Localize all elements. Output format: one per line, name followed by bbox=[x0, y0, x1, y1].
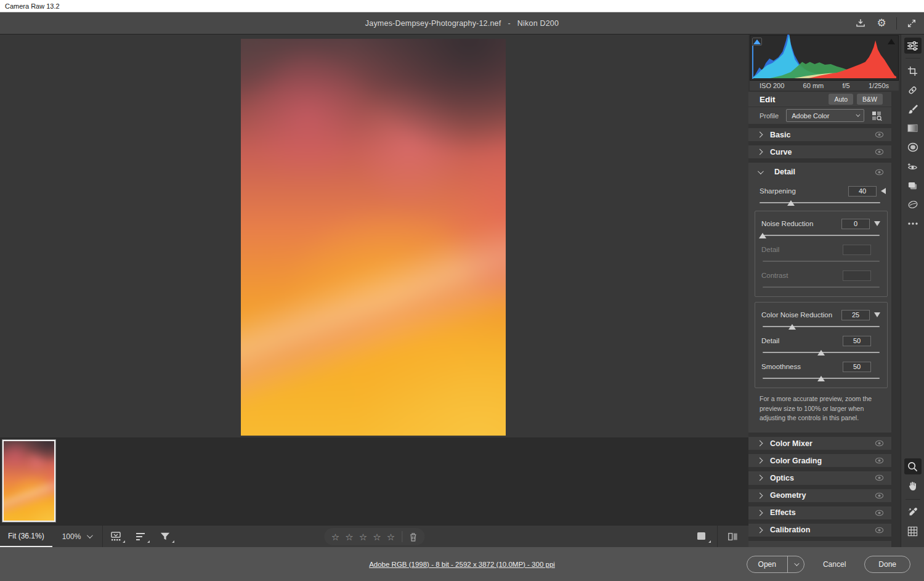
eye-icon[interactable] bbox=[875, 492, 884, 499]
exif-shutter: 1/250s bbox=[869, 82, 889, 89]
workflow-options-link[interactable]: Adobe RGB (1998) - 8 bit - 2592 x 3872 (… bbox=[369, 561, 555, 568]
profile-label: Profile bbox=[760, 112, 779, 120]
profile-browser-icon[interactable] bbox=[872, 111, 883, 121]
collapse-down-icon[interactable] bbox=[874, 312, 880, 317]
histogram[interactable] bbox=[750, 35, 899, 81]
filter-icon[interactable] bbox=[158, 530, 172, 543]
color-noise-reduction-slider[interactable] bbox=[763, 323, 880, 330]
presets-icon[interactable] bbox=[904, 197, 922, 213]
chevron-down-icon bbox=[758, 168, 764, 174]
nr-detail-value-input bbox=[843, 245, 871, 255]
eye-icon[interactable] bbox=[875, 510, 884, 516]
sharpening-row: Sharpening 40 bbox=[748, 184, 891, 198]
before-after-view-icon[interactable] bbox=[726, 530, 740, 543]
section-optics[interactable]: Optics bbox=[748, 471, 891, 484]
zoom-fit-button[interactable]: Fit (36.1%) bbox=[0, 526, 52, 547]
noise-reduction-slider[interactable] bbox=[763, 232, 880, 238]
section-curve[interactable]: Curve bbox=[748, 145, 891, 158]
slider-thumb[interactable] bbox=[788, 324, 796, 330]
section-color-grading[interactable]: Color Grading bbox=[748, 454, 891, 467]
smoothness-slider[interactable] bbox=[763, 375, 880, 381]
header-divider bbox=[896, 17, 897, 30]
snapshots-icon[interactable] bbox=[904, 177, 922, 193]
fullscreen-icon[interactable] bbox=[906, 17, 918, 30]
bw-button[interactable]: B&W bbox=[857, 94, 883, 105]
eye-icon[interactable] bbox=[875, 131, 884, 138]
cnr-detail-slider[interactable] bbox=[763, 349, 880, 356]
healing-tool-icon[interactable] bbox=[904, 82, 922, 98]
eye-icon[interactable] bbox=[875, 169, 884, 176]
section-color-mixer[interactable]: Color Mixer bbox=[748, 437, 891, 450]
eye-icon[interactable] bbox=[875, 474, 884, 481]
eye-icon[interactable] bbox=[875, 148, 884, 155]
exif-aperture: f/5 bbox=[842, 82, 849, 89]
detail-panel-note: For a more accurate preview, zoom the pr… bbox=[748, 388, 891, 430]
auto-button[interactable]: Auto bbox=[829, 94, 853, 105]
edit-tool-icon[interactable] bbox=[904, 38, 922, 54]
cnr-detail-value-input[interactable]: 50 bbox=[843, 336, 871, 346]
chevron-down-icon bbox=[794, 561, 799, 566]
more-options-icon[interactable] bbox=[904, 216, 922, 232]
eye-icon[interactable] bbox=[875, 457, 884, 464]
trash-icon[interactable] bbox=[409, 532, 417, 542]
preferences-gear-icon[interactable]: ⚙ bbox=[875, 17, 888, 30]
slider-thumb[interactable] bbox=[759, 233, 766, 238]
collapse-down-icon[interactable] bbox=[874, 221, 880, 226]
graduated-filter-icon[interactable] bbox=[904, 120, 922, 136]
status-bar: Adobe RGB (1998) - 8 bit - 2592 x 3872 (… bbox=[0, 547, 924, 581]
image-canvas[interactable]: Fit (36.1%) 100% bbox=[0, 35, 748, 547]
hand-tool-icon[interactable] bbox=[904, 477, 922, 494]
slider-thumb[interactable] bbox=[817, 350, 825, 356]
chevron-down-icon bbox=[87, 532, 93, 538]
color-noise-reduction-value-input[interactable]: 25 bbox=[841, 310, 870, 320]
sharpening-value-input[interactable]: 40 bbox=[848, 186, 877, 197]
section-calibration[interactable]: Calibration bbox=[748, 524, 891, 537]
section-effects[interactable]: Effects bbox=[748, 506, 891, 519]
red-eye-tool-icon[interactable] bbox=[904, 158, 922, 174]
star-icon[interactable]: ☆ bbox=[359, 532, 367, 542]
star-icon[interactable]: ☆ bbox=[387, 532, 395, 542]
radial-filter-icon[interactable] bbox=[904, 139, 922, 155]
smoothness-value-input[interactable]: 50 bbox=[843, 362, 871, 372]
noise-reduction-label: Noise Reduction bbox=[761, 220, 841, 227]
section-label: Detail bbox=[774, 168, 875, 176]
crop-tool-icon[interactable] bbox=[904, 63, 922, 79]
section-detail-header[interactable]: Detail bbox=[748, 163, 891, 181]
section-geometry[interactable]: Geometry bbox=[748, 489, 891, 502]
white-balance-eyedropper-icon[interactable] bbox=[904, 504, 922, 520]
open-button[interactable]: Open bbox=[747, 556, 788, 572]
camera-model: Nikon D200 bbox=[517, 19, 559, 28]
eye-icon[interactable] bbox=[875, 440, 884, 447]
star-icon[interactable]: ☆ bbox=[373, 532, 381, 542]
preview-options-icon[interactable] bbox=[695, 530, 708, 543]
section-basic[interactable]: Basic bbox=[748, 128, 891, 141]
done-button[interactable]: Done bbox=[864, 556, 910, 573]
canvas-toolbar: Fit (36.1%) 100% bbox=[0, 525, 748, 547]
star-icon[interactable]: ☆ bbox=[345, 532, 353, 542]
star-icon[interactable]: ☆ bbox=[331, 532, 339, 542]
noise-reduction-group: Noise Reduction 0 Detail bbox=[755, 211, 888, 297]
sharpening-slider[interactable] bbox=[760, 200, 880, 206]
grid-overlay-icon[interactable] bbox=[904, 523, 922, 539]
brush-tool-icon[interactable] bbox=[904, 101, 922, 117]
preview-image[interactable] bbox=[241, 39, 506, 436]
slider-thumb[interactable] bbox=[787, 200, 795, 206]
section-label: Optics bbox=[770, 474, 875, 482]
zoom-level-select[interactable]: 100% bbox=[52, 526, 97, 547]
filmstrip-thumbnail[interactable] bbox=[2, 440, 55, 522]
noise-reduction-value-input[interactable]: 0 bbox=[841, 219, 870, 229]
thumbnail-size-icon[interactable] bbox=[109, 530, 123, 543]
tool-divider bbox=[906, 58, 920, 59]
expand-left-icon[interactable] bbox=[881, 188, 886, 194]
profile-dropdown[interactable]: Adobe Color bbox=[786, 109, 864, 122]
cancel-button[interactable]: Cancel bbox=[823, 560, 846, 569]
smoothness-label: Smoothness bbox=[761, 363, 843, 370]
tool-divider bbox=[906, 499, 920, 500]
sort-order-icon[interactable] bbox=[134, 530, 147, 543]
open-options-arrow[interactable] bbox=[788, 556, 804, 572]
eye-icon[interactable] bbox=[875, 527, 884, 534]
slider-thumb[interactable] bbox=[817, 376, 825, 381]
zoom-tool-icon[interactable] bbox=[904, 458, 922, 474]
section-label: Basic bbox=[770, 131, 875, 139]
save-image-icon[interactable] bbox=[854, 17, 867, 30]
